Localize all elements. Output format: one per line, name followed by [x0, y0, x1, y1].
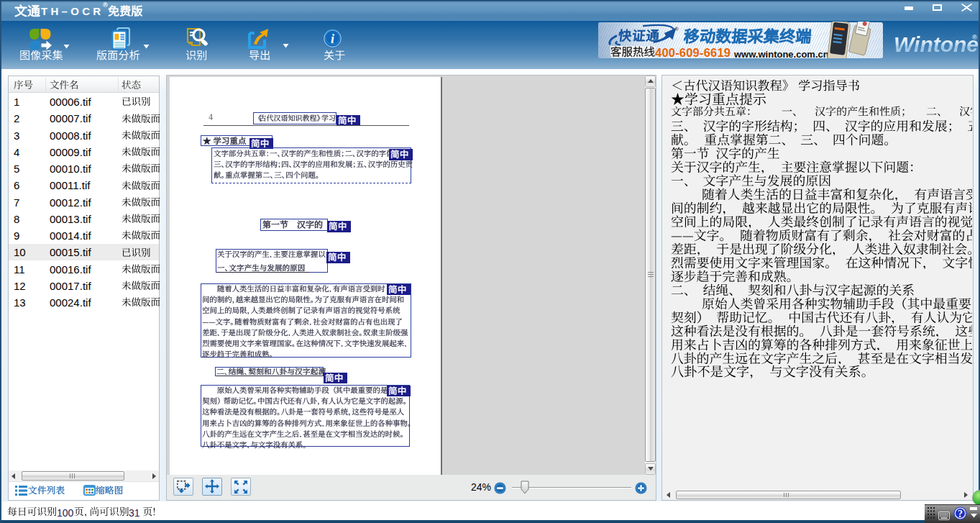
- svg-text:?: ?: [958, 509, 963, 519]
- svg-text:i: i: [331, 32, 334, 46]
